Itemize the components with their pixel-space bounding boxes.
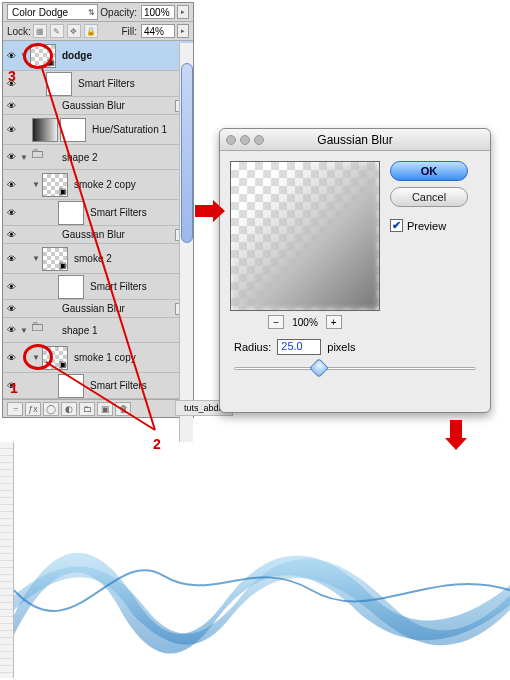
visibility-icon[interactable]: 👁	[5, 302, 19, 316]
opacity-slider-icon[interactable]: ▸	[177, 5, 189, 19]
zoom-in-button[interactable]: +	[326, 315, 342, 329]
window-zoom-icon[interactable]	[254, 135, 264, 145]
layer-smart-filters[interactable]: 👁 Smart Filters	[3, 200, 193, 226]
fill-label: Fill:	[121, 26, 137, 37]
new-layer-icon[interactable]: ▣	[97, 402, 113, 416]
annotation-number-3: 3	[8, 68, 16, 84]
visibility-icon[interactable]: 👁	[5, 252, 19, 266]
twisty-icon[interactable]: ▼	[20, 153, 30, 162]
group-name: shape 2	[62, 152, 98, 163]
twisty-icon[interactable]: ▼	[32, 353, 42, 362]
visibility-icon[interactable]: 👁	[5, 178, 19, 192]
visibility-icon[interactable]: 👁	[5, 323, 19, 337]
layer-thumbnail[interactable]: ▣	[42, 346, 68, 370]
twisty-icon[interactable]: ▼	[32, 180, 42, 189]
visibility-icon[interactable]: 👁	[5, 150, 19, 164]
visibility-icon[interactable]: 👁	[5, 123, 19, 137]
window-minimize-icon[interactable]	[240, 135, 250, 145]
layer-dodge[interactable]: 👁 ▼ ▣ dodge	[3, 41, 193, 71]
twisty-icon[interactable]: ▼	[20, 51, 30, 60]
layer-name: dodge	[62, 50, 92, 61]
radius-slider[interactable]	[234, 361, 476, 375]
layer-smoke2-copy[interactable]: 👁 ▼ ▣ smoke 2 copy	[3, 170, 193, 200]
layer-thumbnail[interactable]: ▣	[42, 247, 68, 271]
twisty-icon[interactable]: ▼	[20, 326, 30, 335]
lock-all-icon[interactable]: 🔒	[84, 24, 98, 38]
delete-layer-icon[interactable]: 🗑	[115, 402, 131, 416]
layer-style-icon[interactable]: ƒx	[25, 402, 41, 416]
layer-hue-saturation[interactable]: 👁 Hue/Saturation 1	[3, 115, 193, 145]
traffic-lights	[226, 135, 264, 145]
blend-mode-select[interactable]: Color Dodge ⇅	[7, 4, 98, 20]
opacity-label: Opacity:	[100, 7, 137, 18]
visibility-icon[interactable]: 👁	[5, 206, 19, 220]
annotation-number-2: 2	[153, 436, 161, 452]
new-group-icon[interactable]: 🗀	[79, 402, 95, 416]
preview-checkbox-row[interactable]: ✔ Preview	[390, 219, 468, 232]
annotation-arrow-down	[445, 420, 467, 450]
svg-marker-3	[445, 420, 467, 450]
ok-button[interactable]: OK	[390, 161, 468, 181]
layer-name: smoke 1 copy	[74, 352, 136, 363]
layer-gaussian-blur[interactable]: 👁 Gaussian Blur ≡	[3, 97, 193, 115]
layer-smart-filters[interactable]: 👁 Smart Filters	[3, 71, 193, 97]
ruler-vertical	[0, 442, 14, 678]
layer-smoke1-copy[interactable]: 👁 ▼ ▣ smoke 1 copy	[3, 343, 193, 373]
layer-thumbnail[interactable]: ▣	[30, 44, 56, 68]
filter-mask-thumbnail[interactable]	[58, 374, 84, 398]
preview-checkbox[interactable]: ✔	[390, 219, 403, 232]
window-close-icon[interactable]	[226, 135, 236, 145]
layer-group-shape1[interactable]: 👁 ▼ 🗀 shape 1	[3, 318, 193, 343]
dropdown-arrows-icon: ⇅	[88, 8, 97, 17]
gaussian-blur-dialog: Gaussian Blur − 100% + OK Cancel ✔ Previ…	[219, 128, 491, 413]
visibility-icon[interactable]: 👁	[5, 49, 19, 63]
layer-group-shape2[interactable]: 👁 ▼ 🗀 shape 2	[3, 145, 193, 170]
layer-smoke2[interactable]: 👁 ▼ ▣ smoke 2	[3, 244, 193, 274]
layer-smart-filters[interactable]: 👁 Smart Filters	[3, 373, 193, 399]
panel-top-row: Color Dodge ⇅ Opacity: 100% ▸	[3, 3, 193, 22]
annotation-arrow-right	[195, 200, 225, 222]
lock-transparency-icon[interactable]: ▦	[33, 24, 47, 38]
link-layers-icon[interactable]: ⎓	[7, 402, 23, 416]
filter-name: Gaussian Blur	[62, 229, 125, 240]
layer-mask-icon[interactable]: ◯	[43, 402, 59, 416]
cancel-button[interactable]: Cancel	[390, 187, 468, 207]
fill-slider-icon[interactable]: ▸	[177, 24, 189, 38]
layer-name: smoke 2	[74, 253, 112, 264]
filter-mask-thumbnail[interactable]	[46, 72, 72, 96]
twisty-icon[interactable]: ▼	[32, 254, 42, 263]
preview-area[interactable]	[230, 161, 380, 311]
svg-marker-2	[195, 200, 225, 222]
visibility-icon[interactable]: 👁	[5, 99, 19, 113]
smart-filters-label: Smart Filters	[78, 78, 135, 89]
scrollbar-thumb[interactable]	[181, 63, 193, 243]
fill-value[interactable]: 44%	[141, 24, 175, 38]
layer-gaussian-blur[interactable]: 👁 Gaussian Blur ≡	[3, 226, 193, 244]
opacity-value[interactable]: 100%	[141, 5, 175, 19]
layer-list[interactable]: 👁 ▼ ▣ dodge 👁 Smart Filters 👁 Gaussian B…	[3, 41, 193, 399]
layers-panel: Color Dodge ⇅ Opacity: 100% ▸ Lock: ▦ ✎ …	[2, 2, 194, 418]
adjustment-layer-icon[interactable]: ◐	[61, 402, 77, 416]
document-canvas[interactable]	[14, 442, 510, 680]
folder-icon: 🗀	[30, 318, 56, 342]
panel-lock-row: Lock: ▦ ✎ ✥ 🔒 Fill: 44% ▸	[3, 22, 193, 41]
lock-paint-icon[interactable]: ✎	[50, 24, 64, 38]
smart-filters-label: Smart Filters	[90, 207, 147, 218]
visibility-icon[interactable]: 👁	[5, 228, 19, 242]
adjustment-thumbnail[interactable]	[32, 118, 58, 142]
filter-mask-thumbnail[interactable]	[58, 201, 84, 225]
layer-thumbnail[interactable]: ▣	[42, 173, 68, 197]
lock-position-icon[interactable]: ✥	[67, 24, 81, 38]
slider-thumb[interactable]	[309, 358, 329, 378]
radius-input[interactable]: 25.0	[277, 339, 321, 355]
blend-mode-value: Color Dodge	[12, 7, 68, 18]
filter-mask-thumbnail[interactable]	[58, 275, 84, 299]
layer-name: smoke 2 copy	[74, 179, 136, 190]
visibility-icon[interactable]: 👁	[5, 351, 19, 365]
visibility-icon[interactable]: 👁	[5, 280, 19, 294]
mask-thumbnail[interactable]	[60, 118, 86, 142]
scrollbar-vertical[interactable]	[179, 43, 193, 443]
layer-gaussian-blur[interactable]: 👁 Gaussian Blur ≡	[3, 300, 193, 318]
layer-smart-filters[interactable]: 👁 Smart Filters	[3, 274, 193, 300]
zoom-out-button[interactable]: −	[268, 315, 284, 329]
